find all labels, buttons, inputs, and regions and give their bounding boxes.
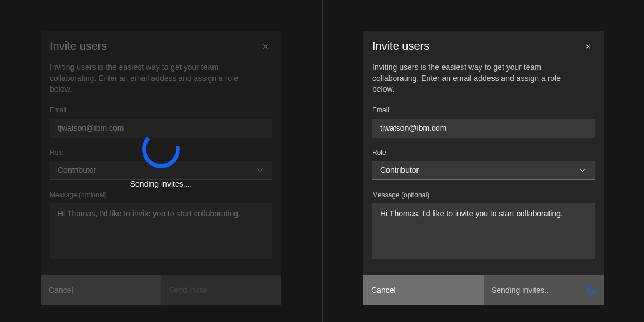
modal-body: Invite users Inviting users is the easie… bbox=[363, 31, 604, 275]
role-select[interactable]: Contributor bbox=[50, 161, 272, 180]
email-field[interactable] bbox=[372, 119, 595, 138]
spinner-icon bbox=[587, 286, 596, 295]
message-field-group: Message (optional) bbox=[50, 191, 272, 262]
role-field-group: Role Contributor bbox=[372, 149, 595, 180]
email-label: Email bbox=[50, 106, 272, 114]
send-invite-button-disabled: Send invite bbox=[161, 275, 281, 305]
role-select[interactable]: Contributor bbox=[372, 161, 595, 180]
email-field-group: Email bbox=[372, 106, 595, 138]
modal-description: Inviting users is the easiest way to get… bbox=[372, 62, 574, 95]
message-label: Message (optional) bbox=[372, 191, 595, 199]
sending-button-label: Sending invites... bbox=[491, 286, 551, 295]
send-invite-button-loading: Sending invites... bbox=[484, 275, 604, 305]
message-textarea[interactable] bbox=[372, 203, 595, 259]
modal-title: Invite users bbox=[50, 40, 107, 53]
email-field[interactable] bbox=[50, 119, 272, 138]
email-label: Email bbox=[372, 106, 595, 114]
modal-header: Invite users bbox=[50, 40, 272, 55]
invite-users-modal-overlay-variant: Invite users Inviting users is the easie… bbox=[41, 31, 281, 305]
close-button[interactable] bbox=[257, 37, 274, 55]
chevron-down-icon bbox=[578, 165, 587, 174]
spinner-small bbox=[587, 286, 596, 295]
close-icon bbox=[584, 42, 593, 51]
role-label: Role bbox=[50, 149, 272, 157]
svg-point-1 bbox=[588, 286, 595, 293]
cancel-button[interactable]: Cancel bbox=[41, 275, 161, 305]
modal-footer: Cancel Send invite bbox=[41, 275, 281, 305]
close-button[interactable] bbox=[579, 37, 597, 55]
chevron-down-icon bbox=[255, 165, 264, 174]
role-select-value: Contributor bbox=[380, 165, 419, 174]
message-field-group: Message (optional) bbox=[372, 191, 595, 262]
vertical-divider bbox=[322, 0, 323, 322]
modal-description: Inviting users is the easiest way to get… bbox=[50, 62, 251, 95]
invite-users-modal-inline-variant: Invite users Inviting users is the easie… bbox=[363, 31, 604, 305]
role-field-group: Role Contributor bbox=[50, 149, 272, 180]
cancel-button[interactable]: Cancel bbox=[363, 275, 484, 305]
modal-title: Invite users bbox=[372, 40, 429, 53]
role-label: Role bbox=[372, 149, 595, 157]
modal-body: Invite users Inviting users is the easie… bbox=[41, 31, 281, 275]
role-select-value: Contributor bbox=[58, 165, 96, 174]
modal-footer: Cancel Sending invites... bbox=[363, 275, 604, 305]
message-textarea[interactable] bbox=[50, 203, 272, 259]
close-icon bbox=[261, 42, 270, 51]
message-label: Message (optional) bbox=[50, 191, 272, 199]
email-field-group: Email bbox=[50, 106, 272, 138]
modal-header: Invite users bbox=[372, 40, 595, 55]
